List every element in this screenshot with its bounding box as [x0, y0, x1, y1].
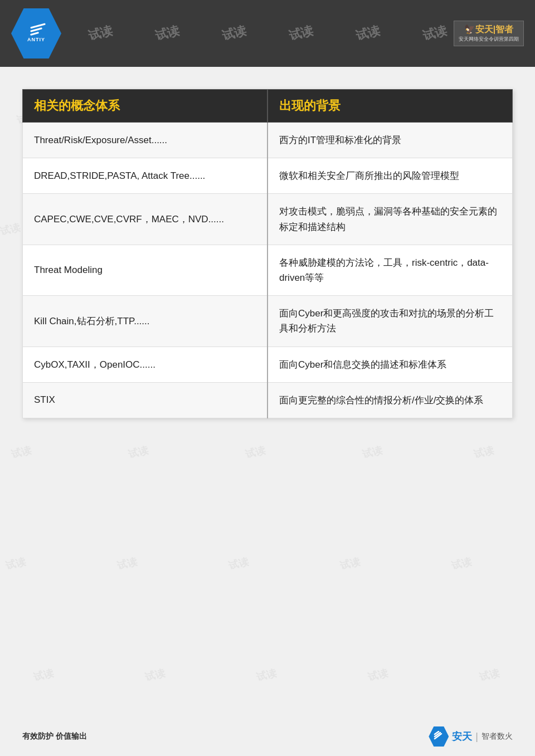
- table-cell-col2: 微软和相关安全厂商所推出的风险管理模型: [268, 158, 513, 194]
- bwm-26: 试读: [144, 666, 167, 684]
- data-table: 相关的概念体系 出现的背景 Threat/Risk/Exposure/Asset…: [22, 89, 513, 418]
- logo-line-3: [30, 31, 38, 35]
- right-logo-top: 🦅安天|智者: [459, 24, 519, 36]
- table-cell-col1: Threat Modeling: [23, 245, 268, 295]
- bwm-17: 试读: [244, 443, 267, 461]
- footer-brand-name: 安天: [452, 731, 472, 742]
- col1-header: 相关的概念体系: [23, 90, 268, 123]
- logo-text: ANTIY: [27, 37, 45, 42]
- table-body: Threat/Risk/Exposure/Asset......西方的IT管理和…: [23, 123, 513, 418]
- bwm-25: 试读: [32, 666, 55, 684]
- table-cell-col2: 面向更完整的综合性的情报分析/作业/交换的体系: [268, 382, 513, 418]
- table-cell-col1: Threat/Risk/Exposure/Asset......: [23, 123, 268, 158]
- bwm-19: 试读: [473, 443, 495, 461]
- col2-header: 出现的背景: [268, 90, 513, 123]
- footer: 有效防护 价值输出 安天 | 智者数火: [0, 717, 535, 756]
- main-content: 相关的概念体系 出现的背景 Threat/Risk/Exposure/Asset…: [0, 67, 535, 430]
- bwm-23: 试读: [339, 555, 362, 573]
- footer-left-text: 有效防护 价值输出: [22, 731, 87, 742]
- footer-right: 安天 | 智者数火: [429, 726, 513, 747]
- watermark-4: 试读: [287, 22, 315, 45]
- bwm-24: 试读: [450, 555, 473, 573]
- header-right: 🦅安天|智者 安天网络安全令训营第四期: [454, 21, 524, 46]
- table-row: Kill Chain,钻石分析,TTP......面向Cyber和更高强度的攻击…: [23, 296, 513, 347]
- watermark-3: 试读: [220, 22, 248, 45]
- watermark-6: 试读: [421, 22, 449, 45]
- table-cell-col1: STIX: [23, 382, 268, 418]
- right-logo-box: 🦅安天|智者 安天网络安全令训营第四期: [454, 21, 524, 46]
- table-cell-col2: 西方的IT管理和标准化的背景: [268, 123, 513, 158]
- bwm-29: 试读: [478, 666, 501, 684]
- bwm-22: 试读: [227, 555, 250, 573]
- bwm-27: 试读: [255, 666, 278, 684]
- header: ANTIY 试读 试读 试读 试读 试读 试读 🦅安天|智者 安天网络安全令训营…: [0, 0, 535, 67]
- watermark-1: 试读: [86, 22, 114, 45]
- watermark-5: 试读: [354, 22, 382, 45]
- bwm-28: 试读: [367, 666, 390, 684]
- table-cell-col1: Kill Chain,钻石分析,TTP......: [23, 296, 268, 347]
- table-row: CAPEC,CWE,CVE,CVRF，MAEC，NVD......对攻击模式，脆…: [23, 194, 513, 245]
- bwm-18: 试读: [361, 443, 384, 461]
- watermark-2: 试读: [153, 22, 181, 45]
- bwm-15: 试读: [10, 443, 33, 461]
- table-cell-col1: CAPEC,CWE,CVE,CVRF，MAEC，NVD......: [23, 194, 268, 245]
- footer-brand: 安天: [452, 730, 472, 743]
- logo-lines: [27, 25, 46, 35]
- table-cell-col2: 面向Cyber和信息交换的描述和标准体系: [268, 347, 513, 382]
- footer-logo-icon: [429, 726, 449, 747]
- table-row: DREAD,STRIDE,PASTA, Attack Tree......微软和…: [23, 158, 513, 194]
- footer-tagline: 智者数火: [481, 731, 513, 742]
- table-row: Threat Modeling各种威胁建模的方法论，工具，risk-centri…: [23, 245, 513, 295]
- table-cell-col1: CybOX,TAXII，OpenIOC......: [23, 347, 268, 382]
- table-cell-col2: 对攻击模式，脆弱点，漏洞等各种基础的安全元素的标定和描述结构: [268, 194, 513, 245]
- table-row: STIX面向更完整的综合性的情报分析/作业/交换的体系: [23, 382, 513, 418]
- table-row: Threat/Risk/Exposure/Asset......西方的IT管理和…: [23, 123, 513, 158]
- footer-separator: |: [475, 731, 478, 743]
- table-header-row: 相关的概念体系 出现的背景: [23, 90, 513, 123]
- table-cell-col1: DREAD,STRIDE,PASTA, Attack Tree......: [23, 158, 268, 194]
- right-logo-subtitle: 安天网络安全令训营第四期: [459, 36, 519, 43]
- table-cell-col2: 各种威胁建模的方法论，工具，risk-centric，data-driven等等: [268, 245, 513, 295]
- logo-line-1: [30, 23, 46, 28]
- bwm-20: 试读: [4, 555, 27, 573]
- table-cell-col2: 面向Cyber和更高强度的攻击和对抗的场景的分析工具和分析方法: [268, 296, 513, 347]
- bwm-16: 试读: [127, 443, 150, 461]
- table-row: CybOX,TAXII，OpenIOC......面向Cyber和信息交换的描述…: [23, 347, 513, 382]
- bwm-21: 试读: [116, 555, 139, 573]
